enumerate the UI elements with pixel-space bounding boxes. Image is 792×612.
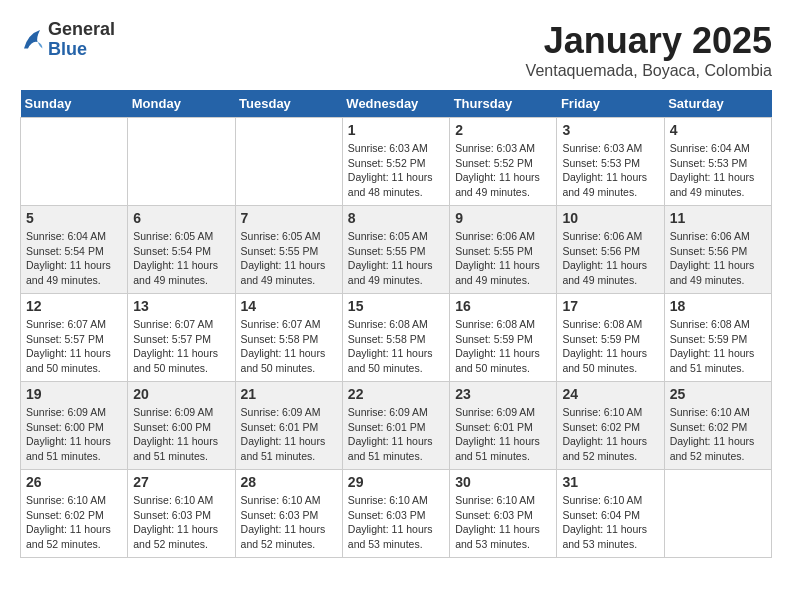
header-wednesday: Wednesday bbox=[342, 90, 449, 118]
table-row: 4Sunrise: 6:04 AM Sunset: 5:53 PM Daylig… bbox=[664, 118, 771, 206]
page-header: General Blue January 2025 Ventaquemada, … bbox=[20, 20, 772, 80]
calendar-week-row: 26Sunrise: 6:10 AM Sunset: 6:02 PM Dayli… bbox=[21, 470, 772, 558]
table-row: 2Sunrise: 6:03 AM Sunset: 5:52 PM Daylig… bbox=[450, 118, 557, 206]
calendar-week-row: 19Sunrise: 6:09 AM Sunset: 6:00 PM Dayli… bbox=[21, 382, 772, 470]
day-info: Sunrise: 6:10 AM Sunset: 6:02 PM Dayligh… bbox=[26, 493, 122, 552]
day-number: 29 bbox=[348, 474, 444, 490]
day-info: Sunrise: 6:04 AM Sunset: 5:53 PM Dayligh… bbox=[670, 141, 766, 200]
day-info: Sunrise: 6:08 AM Sunset: 5:59 PM Dayligh… bbox=[562, 317, 658, 376]
day-info: Sunrise: 6:06 AM Sunset: 5:56 PM Dayligh… bbox=[562, 229, 658, 288]
table-row: 6Sunrise: 6:05 AM Sunset: 5:54 PM Daylig… bbox=[128, 206, 235, 294]
day-info: Sunrise: 6:09 AM Sunset: 6:01 PM Dayligh… bbox=[455, 405, 551, 464]
table-row: 1Sunrise: 6:03 AM Sunset: 5:52 PM Daylig… bbox=[342, 118, 449, 206]
table-row: 25Sunrise: 6:10 AM Sunset: 6:02 PM Dayli… bbox=[664, 382, 771, 470]
day-number: 26 bbox=[26, 474, 122, 490]
day-number: 7 bbox=[241, 210, 337, 226]
day-number: 31 bbox=[562, 474, 658, 490]
day-info: Sunrise: 6:05 AM Sunset: 5:54 PM Dayligh… bbox=[133, 229, 229, 288]
day-info: Sunrise: 6:09 AM Sunset: 6:01 PM Dayligh… bbox=[241, 405, 337, 464]
day-info: Sunrise: 6:09 AM Sunset: 6:00 PM Dayligh… bbox=[26, 405, 122, 464]
day-number: 20 bbox=[133, 386, 229, 402]
table-row bbox=[128, 118, 235, 206]
day-info: Sunrise: 6:08 AM Sunset: 5:59 PM Dayligh… bbox=[455, 317, 551, 376]
title-block: January 2025 Ventaquemada, Boyaca, Colom… bbox=[526, 20, 772, 80]
day-number: 3 bbox=[562, 122, 658, 138]
day-info: Sunrise: 6:06 AM Sunset: 5:55 PM Dayligh… bbox=[455, 229, 551, 288]
table-row: 20Sunrise: 6:09 AM Sunset: 6:00 PM Dayli… bbox=[128, 382, 235, 470]
table-row: 22Sunrise: 6:09 AM Sunset: 6:01 PM Dayli… bbox=[342, 382, 449, 470]
day-number: 14 bbox=[241, 298, 337, 314]
table-row: 17Sunrise: 6:08 AM Sunset: 5:59 PM Dayli… bbox=[557, 294, 664, 382]
header-tuesday: Tuesday bbox=[235, 90, 342, 118]
day-number: 1 bbox=[348, 122, 444, 138]
table-row: 21Sunrise: 6:09 AM Sunset: 6:01 PM Dayli… bbox=[235, 382, 342, 470]
day-info: Sunrise: 6:09 AM Sunset: 6:00 PM Dayligh… bbox=[133, 405, 229, 464]
table-row: 30Sunrise: 6:10 AM Sunset: 6:03 PM Dayli… bbox=[450, 470, 557, 558]
calendar-week-row: 5Sunrise: 6:04 AM Sunset: 5:54 PM Daylig… bbox=[21, 206, 772, 294]
calendar-header: Sunday Monday Tuesday Wednesday Thursday… bbox=[21, 90, 772, 118]
table-row: 18Sunrise: 6:08 AM Sunset: 5:59 PM Dayli… bbox=[664, 294, 771, 382]
day-info: Sunrise: 6:03 AM Sunset: 5:52 PM Dayligh… bbox=[455, 141, 551, 200]
day-number: 5 bbox=[26, 210, 122, 226]
day-number: 18 bbox=[670, 298, 766, 314]
calendar-body: 1Sunrise: 6:03 AM Sunset: 5:52 PM Daylig… bbox=[21, 118, 772, 558]
table-row: 9Sunrise: 6:06 AM Sunset: 5:55 PM Daylig… bbox=[450, 206, 557, 294]
day-info: Sunrise: 6:09 AM Sunset: 6:01 PM Dayligh… bbox=[348, 405, 444, 464]
logo: General Blue bbox=[20, 20, 115, 60]
header-monday: Monday bbox=[128, 90, 235, 118]
table-row: 8Sunrise: 6:05 AM Sunset: 5:55 PM Daylig… bbox=[342, 206, 449, 294]
table-row: 12Sunrise: 6:07 AM Sunset: 5:57 PM Dayli… bbox=[21, 294, 128, 382]
location-subtitle: Ventaquemada, Boyaca, Colombia bbox=[526, 62, 772, 80]
day-info: Sunrise: 6:10 AM Sunset: 6:03 PM Dayligh… bbox=[455, 493, 551, 552]
table-row: 27Sunrise: 6:10 AM Sunset: 6:03 PM Dayli… bbox=[128, 470, 235, 558]
header-friday: Friday bbox=[557, 90, 664, 118]
day-number: 25 bbox=[670, 386, 766, 402]
day-number: 30 bbox=[455, 474, 551, 490]
table-row bbox=[21, 118, 128, 206]
day-number: 4 bbox=[670, 122, 766, 138]
calendar-week-row: 12Sunrise: 6:07 AM Sunset: 5:57 PM Dayli… bbox=[21, 294, 772, 382]
day-number: 10 bbox=[562, 210, 658, 226]
day-info: Sunrise: 6:08 AM Sunset: 5:59 PM Dayligh… bbox=[670, 317, 766, 376]
table-row: 5Sunrise: 6:04 AM Sunset: 5:54 PM Daylig… bbox=[21, 206, 128, 294]
logo-bird-icon bbox=[20, 26, 44, 54]
table-row bbox=[235, 118, 342, 206]
day-number: 24 bbox=[562, 386, 658, 402]
table-row: 19Sunrise: 6:09 AM Sunset: 6:00 PM Dayli… bbox=[21, 382, 128, 470]
table-row: 29Sunrise: 6:10 AM Sunset: 6:03 PM Dayli… bbox=[342, 470, 449, 558]
table-row: 15Sunrise: 6:08 AM Sunset: 5:58 PM Dayli… bbox=[342, 294, 449, 382]
day-info: Sunrise: 6:07 AM Sunset: 5:57 PM Dayligh… bbox=[26, 317, 122, 376]
day-info: Sunrise: 6:10 AM Sunset: 6:03 PM Dayligh… bbox=[241, 493, 337, 552]
day-number: 2 bbox=[455, 122, 551, 138]
day-info: Sunrise: 6:07 AM Sunset: 5:57 PM Dayligh… bbox=[133, 317, 229, 376]
day-info: Sunrise: 6:10 AM Sunset: 6:04 PM Dayligh… bbox=[562, 493, 658, 552]
day-info: Sunrise: 6:10 AM Sunset: 6:02 PM Dayligh… bbox=[670, 405, 766, 464]
day-info: Sunrise: 6:06 AM Sunset: 5:56 PM Dayligh… bbox=[670, 229, 766, 288]
table-row: 26Sunrise: 6:10 AM Sunset: 6:02 PM Dayli… bbox=[21, 470, 128, 558]
table-row: 7Sunrise: 6:05 AM Sunset: 5:55 PM Daylig… bbox=[235, 206, 342, 294]
day-number: 28 bbox=[241, 474, 337, 490]
day-info: Sunrise: 6:07 AM Sunset: 5:58 PM Dayligh… bbox=[241, 317, 337, 376]
table-row: 28Sunrise: 6:10 AM Sunset: 6:03 PM Dayli… bbox=[235, 470, 342, 558]
table-row: 11Sunrise: 6:06 AM Sunset: 5:56 PM Dayli… bbox=[664, 206, 771, 294]
table-row: 14Sunrise: 6:07 AM Sunset: 5:58 PM Dayli… bbox=[235, 294, 342, 382]
weekday-header-row: Sunday Monday Tuesday Wednesday Thursday… bbox=[21, 90, 772, 118]
table-row: 31Sunrise: 6:10 AM Sunset: 6:04 PM Dayli… bbox=[557, 470, 664, 558]
month-year-title: January 2025 bbox=[526, 20, 772, 62]
day-number: 13 bbox=[133, 298, 229, 314]
day-info: Sunrise: 6:04 AM Sunset: 5:54 PM Dayligh… bbox=[26, 229, 122, 288]
table-row: 23Sunrise: 6:09 AM Sunset: 6:01 PM Dayli… bbox=[450, 382, 557, 470]
day-number: 11 bbox=[670, 210, 766, 226]
header-saturday: Saturday bbox=[664, 90, 771, 118]
day-number: 19 bbox=[26, 386, 122, 402]
table-row: 24Sunrise: 6:10 AM Sunset: 6:02 PM Dayli… bbox=[557, 382, 664, 470]
day-number: 22 bbox=[348, 386, 444, 402]
day-info: Sunrise: 6:05 AM Sunset: 5:55 PM Dayligh… bbox=[348, 229, 444, 288]
day-number: 8 bbox=[348, 210, 444, 226]
day-info: Sunrise: 6:10 AM Sunset: 6:03 PM Dayligh… bbox=[133, 493, 229, 552]
header-sunday: Sunday bbox=[21, 90, 128, 118]
day-number: 16 bbox=[455, 298, 551, 314]
day-number: 21 bbox=[241, 386, 337, 402]
day-number: 6 bbox=[133, 210, 229, 226]
calendar-table: Sunday Monday Tuesday Wednesday Thursday… bbox=[20, 90, 772, 558]
